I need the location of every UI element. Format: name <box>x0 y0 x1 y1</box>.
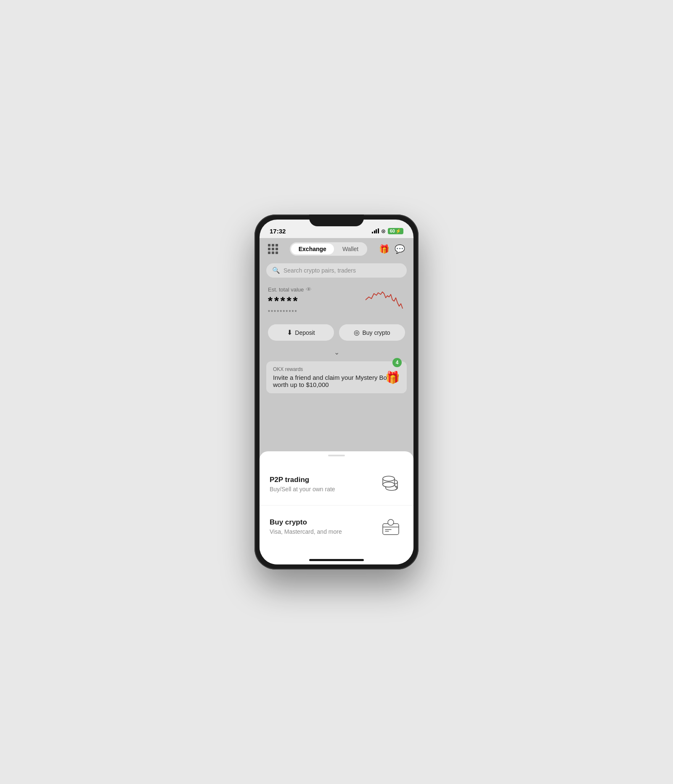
svg-point-12 <box>388 519 394 525</box>
status-icons: ⊛ 60 ⚡ <box>372 228 403 234</box>
home-indicator <box>309 559 364 561</box>
p2p-trading-info: P2P trading Buy/Sell at your own rate <box>270 476 335 493</box>
search-icon: 🔍 <box>272 267 280 274</box>
buy-crypto-info: Buy crypto Visa, Mastercard, and more <box>270 518 342 535</box>
buy-crypto-button[interactable]: ◎ Buy crypto <box>339 324 405 341</box>
deposit-label: Deposit <box>295 329 315 336</box>
wifi-icon: ⊛ <box>381 228 386 234</box>
buy-crypto-label: Buy crypto <box>362 329 390 336</box>
signal-icon <box>372 228 379 233</box>
deposit-button[interactable]: ⬇ Deposit <box>268 324 334 341</box>
grid-menu-button[interactable] <box>268 244 278 254</box>
battery-indicator: 60 ⚡ <box>388 228 403 234</box>
chevron-down-icon: ⌄ <box>334 349 339 356</box>
expand-button[interactable]: ⌄ <box>260 347 413 358</box>
bottom-sheet: P2P trading Buy/Sell at your own rate <box>260 451 413 564</box>
nav-tabs: Exchange Wallet <box>290 242 368 256</box>
rewards-label: OKX rewards <box>273 366 400 372</box>
search-placeholder-text: Search crypto pairs, traders <box>284 267 356 274</box>
rewards-title: Invite a friend and claim your Mystery B… <box>273 374 400 388</box>
chat-icon[interactable]: 💬 <box>395 244 405 254</box>
balance-section: Est. total value 👁 ***** ********** <box>260 281 413 318</box>
p2p-trading-icon <box>378 471 403 497</box>
deposit-icon: ⬇ <box>287 328 292 336</box>
buy-crypto-icon <box>378 514 403 539</box>
rewards-badge: 4 <box>392 358 402 367</box>
mini-chart <box>366 285 403 310</box>
buy-icon: ◎ <box>354 328 360 336</box>
header-nav: Exchange Wallet 🎁 💬 <box>260 238 413 260</box>
tab-wallet[interactable]: Wallet <box>335 244 366 254</box>
svg-point-7 <box>383 476 395 481</box>
status-time: 17:32 <box>270 228 286 235</box>
notch <box>309 215 364 226</box>
phone-frame: 17:32 ⊛ 60 ⚡ <box>254 215 419 569</box>
svg-point-10 <box>383 482 395 487</box>
sheet-handle <box>328 455 345 456</box>
app-content: Exchange Wallet 🎁 💬 🔍 Search crypto pair… <box>260 238 413 564</box>
search-bar[interactable]: 🔍 Search crypto pairs, traders <box>266 263 407 278</box>
buy-crypto-subtitle: Visa, Mastercard, and more <box>270 528 342 535</box>
p2p-trading-subtitle: Buy/Sell at your own rate <box>270 486 335 493</box>
hide-balance-icon[interactable]: 👁 <box>306 286 312 293</box>
gift-icon[interactable]: 🎁 <box>379 244 389 254</box>
buy-crypto-title: Buy crypto <box>270 518 342 527</box>
battery-bolt-icon: ⚡ <box>395 228 401 234</box>
phone-screen: 17:32 ⊛ 60 ⚡ <box>260 220 413 564</box>
buy-crypto-item[interactable]: Buy crypto Visa, Mastercard, and more <box>260 506 413 548</box>
rewards-card[interactable]: 4 OKX rewards Invite a friend and claim … <box>266 361 407 393</box>
tab-exchange[interactable]: Exchange <box>291 244 334 254</box>
action-buttons: ⬇ Deposit ◎ Buy crypto <box>260 318 413 347</box>
header-actions: 🎁 💬 <box>379 244 405 254</box>
battery-level: 60 <box>390 228 395 233</box>
rewards-gift-icon: 🎁 <box>385 371 400 384</box>
p2p-trading-item[interactable]: P2P trading Buy/Sell at your own rate <box>260 463 413 506</box>
p2p-trading-title: P2P trading <box>270 476 335 484</box>
